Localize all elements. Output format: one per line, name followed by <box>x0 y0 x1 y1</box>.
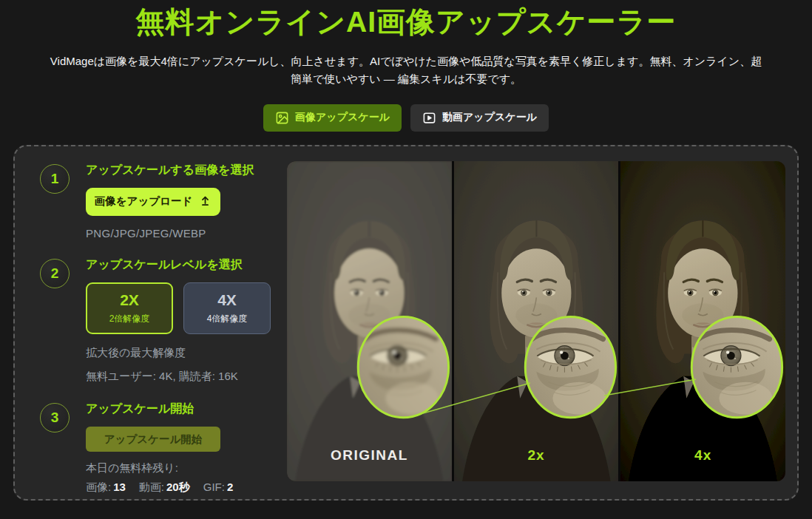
portrait-4x <box>620 161 785 481</box>
portrait-2x <box>454 161 619 481</box>
panel-original: ORIGINAL <box>287 161 452 481</box>
daily-quota-title: 本日の無料枠残り: <box>86 461 233 475</box>
supported-formats: PNG/JPG/JPEG/WEBP <box>86 227 254 240</box>
comparison-preview-image: ORIGINAL 2x 4x <box>287 161 785 481</box>
portrait-original <box>287 161 452 481</box>
upload-button-label: 画像をアップロード <box>95 194 193 208</box>
subtitle-line-2: 簡単で使いやすい — 編集スキルは不要です。 <box>0 70 812 88</box>
daily-quota-row: 画像:13 動画:20秒 GIF:2 <box>86 481 233 495</box>
page-subtitle: VidMageは画像を最大4倍にアップスケールし、向上させます。AIでぼやけた画… <box>0 52 812 88</box>
step-3-heading: アップスケール開始 <box>86 401 233 417</box>
level-2x-label: 2倍解像度 <box>109 313 150 325</box>
mode-tabs: 画像アップスケール 動画アップスケール <box>0 104 812 132</box>
tab-image-upscale[interactable]: 画像アップスケール <box>263 104 402 132</box>
steps-column: 1 アップスケールする画像を選択 画像をアップロード PNG/JPG/JPEG/… <box>27 161 278 484</box>
step-2-heading: アップスケールレベルを選択 <box>86 257 271 273</box>
start-upscale-button[interactable]: アップスケール開始 <box>86 427 220 452</box>
quota-images: 画像:13 <box>86 481 126 495</box>
step-2: 2 アップスケールレベルを選択 2X 2倍解像度 4X 4倍解像度 拡大後の最大… <box>40 257 278 384</box>
image-icon <box>275 111 289 125</box>
page-title: 無料オンラインAI画像アップスケーラー <box>0 4 812 41</box>
quota-video: 動画:20秒 <box>139 481 190 495</box>
step-1: 1 アップスケールする画像を選択 画像をアップロード PNG/JPG/JPEG/… <box>40 163 278 240</box>
step-3: 3 アップスケール開始 アップスケール開始 本日の無料枠残り: 画像:13 動画… <box>40 401 278 495</box>
upload-icon <box>199 194 212 209</box>
max-resolution-detail: 無料ユーザー: 4K, 購読者: 16K <box>86 368 271 384</box>
tab-video-upscale[interactable]: 動画アップスケール <box>410 104 549 132</box>
tab-video-label: 動画アップスケール <box>442 111 537 124</box>
level-4x-label: 4倍解像度 <box>207 313 248 325</box>
subtitle-line-1: VidMageは画像を最大4倍にアップスケールし、向上させます。AIでぼやけた画… <box>0 52 812 70</box>
step-3-number: 3 <box>40 403 70 432</box>
upload-image-button[interactable]: 画像をアップロード <box>86 188 220 216</box>
level-4x-value: 4X <box>217 291 237 309</box>
hero-section: 無料オンラインAI画像アップスケーラー VidMageは画像を最大4倍にアップス… <box>0 0 812 132</box>
video-play-icon <box>422 111 436 125</box>
step-2-number: 2 <box>40 259 70 288</box>
level-option-2x[interactable]: 2X 2倍解像度 <box>86 282 173 334</box>
quota-gif: GIF:2 <box>203 481 234 495</box>
step-1-heading: アップスケールする画像を選択 <box>86 163 254 178</box>
max-resolution-title: 拡大後の最大解像度 <box>86 345 271 361</box>
panel-4x: 4x <box>620 161 785 481</box>
upscale-workspace-panel: 1 アップスケールする画像を選択 画像をアップロード PNG/JPG/JPEG/… <box>13 145 799 501</box>
tab-image-label: 画像アップスケール <box>295 111 390 124</box>
step-1-number: 1 <box>40 164 70 194</box>
level-option-4x[interactable]: 4X 4倍解像度 <box>183 282 271 334</box>
comparison-panels: ORIGINAL 2x 4x <box>287 161 785 481</box>
level-2x-value: 2X <box>120 291 139 309</box>
panel-2x: 2x <box>454 161 619 481</box>
level-options: 2X 2倍解像度 4X 4倍解像度 <box>86 282 271 334</box>
